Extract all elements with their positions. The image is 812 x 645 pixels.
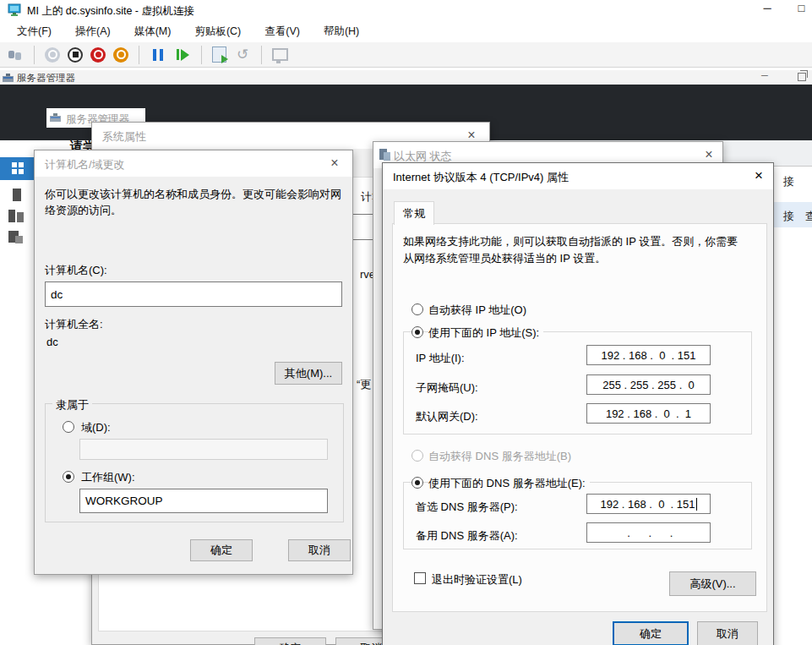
pause-vm-icon[interactable] — [150, 46, 166, 63]
hyperv-app-icon — [8, 3, 21, 17]
auto-dns-label: 自动获得 DNS 服务器地址(B) — [428, 449, 571, 464]
member-of-groupbox: 隶属于 域(D): 工作组(W): WORKGROUP — [45, 403, 344, 522]
more-button[interactable]: 其他(M)... — [275, 362, 342, 385]
menu-clipboard[interactable]: 剪贴板(C) — [183, 20, 253, 42]
ok-button[interactable]: 确定 — [190, 539, 253, 561]
save-vm-icon[interactable] — [113, 47, 128, 63]
text-fragment: “更 — [357, 377, 371, 392]
dialog-title: 系统属性 — [102, 129, 146, 145]
workgroup-radio[interactable] — [63, 471, 74, 483]
shutdown-vm-icon[interactable] — [90, 47, 106, 63]
full-name-label: 计算机全名: — [45, 317, 103, 332]
local-server-icon[interactable] — [13, 189, 21, 201]
alternate-dns-input[interactable]: . . . — [586, 522, 711, 543]
alternate-dns-value: . . . — [624, 527, 673, 539]
domain-input — [79, 439, 328, 460]
network-connection-icon-overlay — [384, 152, 390, 161]
auto-ip-radio[interactable] — [411, 303, 423, 315]
ipv4-titlebar: Internet 协议版本 4 (TCP/IPv4) 属性 × — [383, 163, 773, 189]
maximize-icon[interactable]: □ — [791, 2, 812, 19]
menu-media[interactable]: 媒体(M) — [123, 20, 183, 42]
subnet-mask-value: 255 . 255 . 255 . 0 — [602, 379, 694, 391]
default-gateway-value: 192 . 168 . 0 . 1 — [606, 407, 691, 420]
menu-file[interactable]: 文件(F) — [5, 20, 63, 42]
use-dns-radio[interactable] — [411, 477, 423, 489]
default-gateway-label: 默认网关(D): — [416, 409, 478, 424]
close-icon[interactable]: × — [749, 167, 768, 184]
computer-name-input[interactable]: dc — [45, 282, 342, 307]
turn-off-vm-icon[interactable] — [68, 47, 83, 63]
dialog-title: Internet 协议版本 4 (TCP/IPv4) 属性 — [393, 170, 569, 185]
auto-dns-radio — [411, 450, 423, 462]
default-gateway-input[interactable]: 192 . 168 . 0 . 1 — [586, 403, 711, 424]
subnet-mask-input[interactable]: 255 . 255 . 255 . 0 — [586, 374, 711, 395]
ok-button[interactable]: 确定 — [613, 621, 689, 645]
panel-text-fragment: 接 — [783, 174, 794, 189]
toolbar: ↺ — [0, 42, 812, 68]
menu-help[interactable]: 帮助(H) — [312, 20, 371, 42]
close-icon[interactable]: × — [700, 146, 718, 163]
start-vm-icon — [45, 47, 60, 63]
ok-button[interactable]: 确定 — [254, 637, 326, 645]
dialog-title: 计算机名/域更改 — [45, 157, 125, 172]
domain-radio-label[interactable]: 域(D): — [81, 420, 111, 435]
text-cursor — [696, 498, 697, 511]
menubar: 文件(F) 操作(A) 媒体(M) 剪贴板(C) 查看(V) 帮助(H) — [0, 20, 812, 42]
server-manager-window-title: 服务器管理器 — [17, 72, 75, 85]
all-servers-icon-overlay — [17, 212, 24, 222]
advanced-button[interactable]: 高级(V)... — [669, 571, 756, 596]
restore-icon[interactable] — [798, 73, 806, 81]
revert-icon: ↺ — [234, 46, 251, 63]
ipv4-properties-dialog: Internet 协议版本 4 (TCP/IPv4) 属性 × 常规 如果网络支… — [382, 162, 774, 645]
domain-radio[interactable] — [63, 421, 74, 433]
use-ip-radio[interactable] — [411, 326, 423, 338]
minimize-icon[interactable]: ─ — [755, 2, 780, 19]
panel-text-fragment: 接 — [783, 209, 794, 224]
ip-address-input[interactable]: 192 . 168 . 0 . 151 — [586, 345, 711, 365]
use-ip-label[interactable]: 使用下面的 IP 地址(S): — [428, 325, 543, 341]
ctrl-alt-del-icon[interactable] — [7, 46, 24, 63]
auto-ip-label[interactable]: 自动获得 IP 地址(O) — [428, 303, 526, 318]
toolbar-separator — [261, 46, 262, 64]
close-icon[interactable]: × — [325, 155, 344, 172]
menu-action[interactable]: 操作(A) — [63, 20, 123, 42]
preferred-dns-label: 首选 DNS 服务器(P): — [416, 500, 518, 515]
computer-name-value: dc — [51, 288, 63, 301]
cancel-button[interactable]: 取消 — [697, 621, 758, 645]
preferred-dns-input[interactable]: 192 . 168 . 0 . 151 — [586, 494, 711, 514]
cancel-button[interactable]: 取消 — [288, 539, 351, 561]
computer-name-dialog: 计算机名/域更改 × 你可以更改该计算机的名称和成员身份。更改可能会影响对网络资… — [34, 150, 353, 575]
checkpoint-icon[interactable] — [212, 46, 226, 63]
use-dns-label[interactable]: 使用下面的 DNS 服务器地址(E): — [428, 476, 590, 491]
computer-name-label: 计算机名(C): — [45, 263, 107, 278]
server-manager-icon — [3, 72, 14, 83]
toolbar-separator — [201, 46, 202, 64]
dashboard-grid-icon — [12, 162, 24, 174]
ipv4-tab-pane: 如果网络支持此功能，则可以获取自动指派的 IP 设置。否则，你需要从网络系统管理… — [392, 223, 767, 612]
workgroup-radio-label[interactable]: 工作组(W): — [81, 470, 135, 485]
window-title: MI 上的 dc.sysinfo.site - 虚拟机连接 — [27, 4, 194, 19]
toolbar-separator — [139, 46, 139, 64]
server-manager-titlebar: 服务器管理器 ─ — [0, 70, 812, 85]
workgroup-input[interactable]: WORKGROUP — [79, 489, 328, 513]
tab-general[interactable]: 常规 — [394, 201, 434, 225]
resume-vm-icon[interactable] — [174, 46, 191, 63]
full-name-value: dc — [46, 336, 58, 348]
ip-address-label: IP 地址(I): — [416, 351, 465, 366]
dialog-description: 你可以更改该计算机的名称和成员身份。更改可能会影响对网络资源的访问。 — [45, 186, 346, 218]
computer-name-titlebar: 计算机名/域更改 × — [35, 150, 352, 177]
alternate-dns-label: 备用 DNS 服务器(A): — [416, 528, 518, 544]
validate-settings-checkbox[interactable] — [414, 572, 426, 584]
subnet-mask-label: 子网掩码(U): — [416, 380, 478, 396]
minimize-icon[interactable]: ─ — [752, 70, 777, 85]
server-manager-icon — [50, 112, 61, 123]
validate-settings-label[interactable]: 退出时验证设置(L) — [432, 572, 522, 588]
ip-address-value: 192 . 168 . 0 . 151 — [601, 349, 695, 362]
file-storage-services-icon-overlay — [15, 236, 23, 243]
panel-text-fragment: 查 — [805, 209, 812, 224]
all-servers-icon[interactable] — [8, 210, 15, 222]
workgroup-value: WORKGROUP — [85, 495, 163, 507]
ipv4-intro-text: 如果网络支持此功能，则可以获取自动指派的 IP 设置。否则，你需要从网络系统管理… — [403, 233, 741, 267]
enhanced-session-icon — [272, 48, 288, 61]
menu-view[interactable]: 查看(V) — [253, 20, 312, 42]
